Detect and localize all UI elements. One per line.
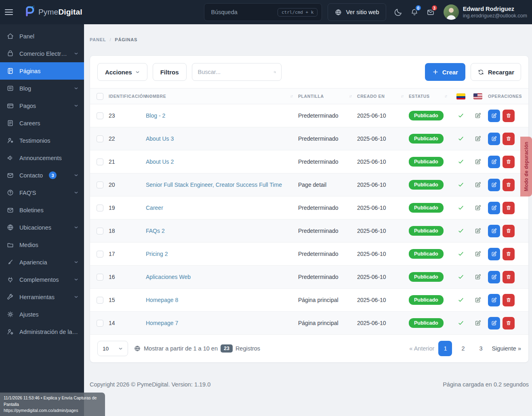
page-name-link[interactable]: FAQs 2 (146, 228, 165, 234)
edit-button[interactable] (488, 271, 500, 283)
sidebar-item-announcements[interactable]: Announcements (0, 149, 84, 167)
page-name-link[interactable]: About Us 3 (146, 135, 174, 142)
edit-button[interactable] (488, 110, 500, 122)
sidebar-item-pagos[interactable]: Pagos (0, 97, 84, 114)
sidebar-item-ubicaciones[interactable]: Ubicaciones (0, 219, 84, 236)
sidebar-item-herramientas[interactable]: Herramientas (0, 288, 84, 306)
view-site-button[interactable]: Ver sitio web (328, 3, 386, 21)
pagination-prev[interactable]: « Anterior (409, 345, 434, 352)
sort-icon[interactable]: ↓↑ (444, 94, 447, 98)
messages-button[interactable]: 3 (423, 4, 439, 20)
edit-translation-icon[interactable] (474, 296, 482, 304)
page-name-link[interactable]: Senior Full Stack Engineer, Creator Succ… (146, 182, 282, 188)
sidebar-item-administracion[interactable]: Administración de la plat... (0, 323, 84, 340)
sidebar-toggle-button[interactable] (5, 5, 19, 19)
row-checkbox[interactable] (97, 274, 103, 281)
sidebar-item-testimonios[interactable]: Testimonios (0, 132, 84, 149)
reload-button[interactable]: Recargar (471, 63, 521, 81)
edit-translation-icon[interactable] (474, 158, 482, 165)
delete-button[interactable] (503, 156, 515, 168)
header-creado-en[interactable]: Creado en ↓↑ (357, 94, 409, 99)
edit-button[interactable] (488, 225, 500, 237)
edit-button[interactable] (488, 179, 500, 191)
header-estatus[interactable]: Estatus ↓↑ (409, 94, 452, 99)
page-name-link[interactable]: Aplicaciones Web (146, 274, 191, 280)
delete-button[interactable] (503, 317, 515, 329)
sidebar-item-careers[interactable]: Careers (0, 114, 84, 132)
edit-translation-icon[interactable] (474, 319, 482, 327)
delete-button[interactable] (503, 225, 515, 237)
sidebar-item-blog[interactable]: Blog (0, 80, 84, 97)
pagination-next[interactable]: Siguiente » (492, 345, 521, 352)
page-name-link[interactable]: Blog - 2 (146, 112, 165, 119)
notifications-button[interactable]: 0 (406, 4, 423, 20)
page-name-link[interactable]: Homepage 7 (146, 320, 178, 326)
header-nombre[interactable]: Nombre ↓↑ (146, 94, 298, 99)
filters-button[interactable]: Filtros (153, 63, 187, 81)
edit-translation-icon[interactable] (474, 112, 482, 119)
row-checkbox[interactable] (97, 158, 103, 165)
select-all-checkbox[interactable] (97, 93, 103, 100)
edit-translation-icon[interactable] (474, 181, 482, 188)
row-checkbox[interactable] (97, 251, 103, 258)
row-checkbox[interactable] (97, 205, 103, 211)
edit-button[interactable] (488, 133, 500, 145)
table-header-row: Identificación ↓↑ Nombre ↓↑ Plantilla ↓↑… (90, 88, 528, 104)
row-checkbox[interactable] (97, 182, 103, 188)
edit-translation-icon[interactable] (474, 273, 482, 281)
delete-button[interactable] (503, 179, 515, 191)
edit-button[interactable] (488, 248, 500, 260)
global-search-input[interactable]: Búsqueda ctrl/cmd + k (204, 3, 322, 21)
sidebar-item-ajustes[interactable]: Ajustes (0, 306, 84, 323)
sidebar-item-apariencia[interactable]: Apariencia (0, 253, 84, 271)
sidebar-item-medios[interactable]: Medios (0, 236, 84, 253)
table-search-input[interactable] (198, 69, 273, 75)
sidebar-item-faqs[interactable]: FAQ'S (0, 184, 84, 201)
delete-button[interactable] (503, 271, 515, 283)
edit-button[interactable] (488, 317, 500, 329)
edit-translation-icon[interactable] (474, 250, 482, 258)
sidebar-item-panel[interactable]: Panel (0, 27, 84, 45)
header-plantilla[interactable]: Plantilla ↓↑ (298, 94, 357, 99)
sort-icon[interactable]: ↓↑ (401, 94, 403, 98)
dark-mode-toggle[interactable] (390, 4, 406, 20)
actions-dropdown-button[interactable]: Acciones (97, 63, 147, 81)
pagination-page-3[interactable]: 3 (474, 341, 488, 356)
delete-button[interactable] (503, 294, 515, 306)
row-checkbox[interactable] (97, 135, 103, 142)
delete-button[interactable] (503, 248, 515, 260)
edit-button[interactable] (488, 202, 500, 214)
edit-translation-icon[interactable] (474, 135, 482, 142)
edit-translation-icon[interactable] (474, 204, 482, 211)
page-name-link[interactable]: About Us 2 (146, 158, 174, 165)
page-name-link[interactable]: Career (146, 205, 163, 211)
delete-button[interactable] (503, 133, 515, 145)
row-checkbox[interactable] (97, 228, 103, 234)
create-button[interactable]: Crear (425, 63, 465, 81)
sidebar-item-complementos[interactable]: Complementos (0, 271, 84, 288)
sort-icon[interactable]: ↓↑ (290, 94, 292, 98)
sidebar-item-comercio-electronico[interactable]: Comercio Electrónico (0, 45, 84, 62)
sidebar-item-paginas[interactable]: Páginas (0, 62, 84, 80)
row-checkbox[interactable] (97, 112, 103, 119)
app-logo[interactable]: PymeDigital (23, 5, 82, 19)
header-identificacion[interactable]: Identificación ↓↑ (109, 94, 146, 99)
row-checkbox[interactable] (97, 320, 103, 327)
chevron-down-icon (118, 346, 123, 351)
delete-button[interactable] (503, 202, 515, 214)
edit-button[interactable] (488, 294, 500, 306)
sidebar-item-contacto[interactable]: Contacto 3 (0, 167, 84, 184)
pagination-page-2[interactable]: 2 (456, 341, 470, 356)
breadcrumb-panel-link[interactable]: Panel (90, 37, 106, 42)
page-name-link[interactable]: Homepage 8 (146, 297, 178, 303)
sort-icon[interactable]: ↓↑ (349, 94, 351, 98)
delete-button[interactable] (503, 110, 515, 122)
row-checkbox[interactable] (97, 297, 103, 304)
page-name-link[interactable]: Pricing 2 (146, 251, 168, 257)
edit-button[interactable] (488, 156, 500, 168)
edit-translation-icon[interactable] (474, 227, 482, 234)
pagination-page-1[interactable]: 1 (438, 341, 452, 356)
sidebar-item-boletines[interactable]: Boletines (0, 201, 84, 219)
per-page-select[interactable]: 10 (97, 341, 128, 356)
user-menu[interactable]: Edward Rodriguez ing.erodriguez@outlook.… (444, 4, 529, 20)
